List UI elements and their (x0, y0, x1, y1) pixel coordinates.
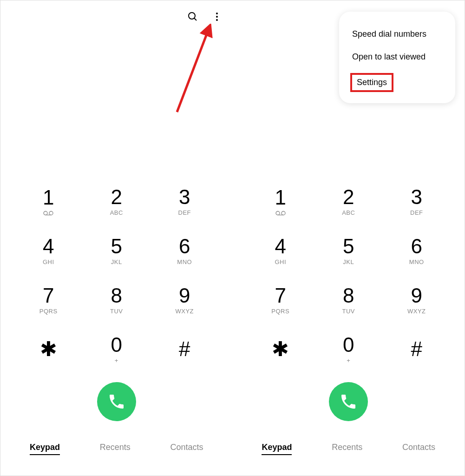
key-digit: 5 (111, 236, 122, 257)
key-1[interactable]: 1 (14, 182, 83, 220)
key-digit: 3 (179, 187, 190, 207)
key-3[interactable]: 3 DEF (383, 182, 451, 220)
key-digit: 6 (411, 236, 422, 257)
key-digit: 6 (179, 236, 190, 257)
svg-point-3 (216, 16, 218, 18)
nav-recents[interactable]: Recents (332, 443, 362, 455)
key-2[interactable]: 2 ABC (83, 182, 151, 220)
key-hash[interactable]: # (383, 330, 451, 368)
phone-icon (107, 392, 126, 411)
key-letters: TUV (110, 308, 123, 315)
call-button-wrap (0, 382, 233, 421)
key-letters: DEF (410, 209, 423, 216)
key-digit: 4 (275, 236, 286, 257)
svg-point-4 (216, 19, 218, 21)
key-6[interactable]: 6 MNO (151, 231, 219, 270)
key-letters: JKL (343, 258, 354, 265)
dialer-keypad: 1 2 ABC 3 DEF 4 GHI 5 JKL (233, 182, 465, 368)
key-letters: ABC (342, 209, 355, 216)
key-digit: ✱ (40, 339, 57, 359)
key-4[interactable]: 4 GHI (247, 231, 315, 270)
key-0[interactable]: 0 + (314, 330, 383, 368)
key-1[interactable]: 1 (247, 182, 315, 220)
nav-keypad[interactable]: Keypad (262, 443, 292, 455)
voicemail-icon (43, 211, 53, 216)
key-digit: 4 (43, 236, 54, 257)
phone-screen-left: 1 2 ABC 3 DEF 4 GHI 5 JKL (0, 0, 233, 476)
key-letters: PQRS (271, 308, 289, 315)
key-digit: 7 (43, 285, 54, 306)
key-letters: TUV (342, 308, 355, 315)
key-letters: MNO (177, 258, 192, 265)
key-letters: ABC (110, 209, 123, 216)
key-digit: 0 (111, 335, 122, 355)
nav-recents[interactable]: Recents (100, 443, 131, 455)
key-letters: + (347, 357, 350, 364)
key-digit: ✱ (272, 339, 289, 359)
svg-point-11 (282, 211, 285, 215)
search-icon (187, 11, 198, 22)
menu-speed-dial[interactable]: Speed dial numbers (339, 23, 455, 46)
key-digit: 1 (43, 187, 54, 208)
content-area: 1 2 ABC 3 DEF 4 GHI 5 JKL (0, 33, 233, 476)
menu-open-last-viewed[interactable]: Open to last viewed (339, 46, 455, 68)
call-button[interactable] (329, 382, 368, 421)
key-letters: PQRS (39, 308, 58, 315)
key-digit: 9 (411, 285, 422, 306)
nav-keypad[interactable]: Keypad (30, 443, 60, 455)
search-button[interactable] (186, 10, 199, 23)
svg-line-1 (194, 18, 196, 20)
key-letters: GHI (275, 258, 286, 265)
key-5[interactable]: 5 JKL (314, 231, 383, 270)
key-8[interactable]: 8 TUV (314, 281, 383, 319)
key-letters: WXYZ (407, 308, 426, 315)
key-3[interactable]: 3 DEF (151, 182, 219, 220)
phone-icon (339, 392, 358, 411)
call-button-wrap (233, 382, 465, 421)
key-7[interactable]: 7 PQRS (14, 281, 83, 319)
key-9[interactable]: 9 WXYZ (383, 281, 451, 319)
key-7[interactable]: 7 PQRS (247, 281, 315, 319)
key-0[interactable]: 0 + (83, 330, 151, 368)
key-digit: 7 (275, 285, 286, 306)
svg-point-2 (216, 13, 218, 14)
menu-settings[interactable]: Settings (357, 78, 387, 87)
overflow-menu: Speed dial numbers Open to last viewed S… (339, 12, 455, 103)
svg-point-8 (49, 211, 53, 215)
key-9[interactable]: 9 WXYZ (151, 281, 219, 319)
key-letters: JKL (111, 258, 122, 265)
key-2[interactable]: 2 ABC (314, 182, 383, 220)
key-digit: 5 (343, 236, 354, 257)
dialer-keypad: 1 2 ABC 3 DEF 4 GHI 5 JKL (0, 182, 233, 368)
key-letters: WXYZ (175, 308, 194, 315)
key-star[interactable]: ✱ (14, 330, 83, 368)
more-vertical-icon (211, 11, 223, 22)
key-digit: # (411, 339, 422, 359)
svg-point-7 (44, 211, 47, 215)
nav-contacts[interactable]: Contacts (402, 443, 435, 455)
key-4[interactable]: 4 GHI (14, 231, 83, 270)
key-8[interactable]: 8 TUV (83, 281, 151, 319)
more-options-button[interactable] (210, 10, 223, 23)
call-button[interactable] (97, 382, 136, 421)
key-digit: 8 (111, 285, 122, 306)
key-letters: MNO (409, 258, 424, 265)
key-hash[interactable]: # (151, 330, 219, 368)
key-digit: 2 (111, 187, 122, 207)
nav-contacts[interactable]: Contacts (170, 443, 203, 455)
key-6[interactable]: 6 MNO (383, 231, 451, 270)
key-digit: 9 (179, 285, 190, 306)
phone-screen-right: Speed dial numbers Open to last viewed S… (233, 0, 465, 476)
bottom-nav: Keypad Recents Contacts (0, 435, 233, 466)
voicemail-icon (275, 211, 286, 216)
key-letters: + (115, 357, 118, 364)
key-star[interactable]: ✱ (247, 330, 315, 368)
key-digit: # (179, 339, 190, 359)
bottom-nav: Keypad Recents Contacts (233, 435, 465, 466)
key-digit: 2 (343, 187, 354, 207)
key-5[interactable]: 5 JKL (83, 231, 151, 270)
highlight-annotation: Settings (350, 73, 393, 92)
key-digit: 1 (275, 187, 286, 208)
top-bar (0, 0, 233, 33)
svg-point-0 (189, 13, 195, 19)
